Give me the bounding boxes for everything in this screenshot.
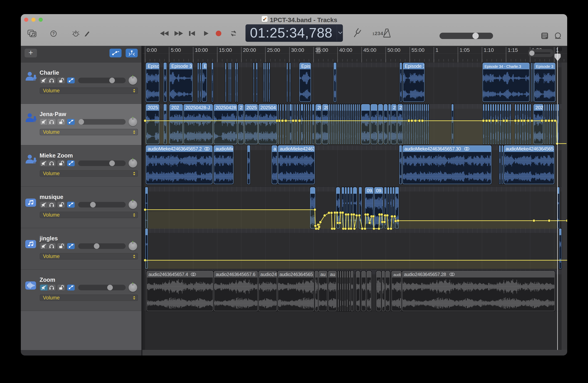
svg-text:20250428-J: 20250428-J xyxy=(186,105,210,110)
svg-text:audio2463645657.6: audio2463645657.6 xyxy=(216,272,255,277)
svg-text:audioMieke42463645657.30: audioMieke42463645657.30 xyxy=(404,146,461,151)
svg-text:202: 202 xyxy=(535,105,543,110)
svg-text:202504: 202504 xyxy=(260,105,276,110)
svg-text:audio246364565: audio246364565 xyxy=(279,272,313,277)
svg-text:au: au xyxy=(330,272,335,277)
svg-text:au: au xyxy=(320,272,326,277)
svg-text:audioMieke42463645657.2: audioMieke42463645657.2 xyxy=(148,146,202,151)
svg-text:audioMieke4246364565: audioMieke4246364565 xyxy=(506,146,553,151)
svg-text:Epis: Epis xyxy=(301,63,310,69)
svg-text:audioMieke42463: audioMieke42463 xyxy=(280,146,315,151)
svg-text:audio24: audio24 xyxy=(260,272,277,277)
svg-text:2: 2 xyxy=(393,105,396,110)
svg-text:0:00: 0:00 xyxy=(147,47,157,53)
svg-text:40:00: 40:00 xyxy=(339,47,352,53)
svg-text:audioMie: audioMie xyxy=(216,146,234,151)
svg-text:55:00: 55:00 xyxy=(411,47,424,53)
svg-text:09.: 09. xyxy=(367,188,373,193)
svg-text:5:00: 5:00 xyxy=(171,47,181,53)
svg-text:2025: 2025 xyxy=(148,105,158,110)
svg-text:a: a xyxy=(273,146,276,151)
svg-text:?: ? xyxy=(52,31,55,36)
svg-text:1:15: 1:15 xyxy=(508,47,518,53)
svg-text:202: 202 xyxy=(171,105,179,110)
svg-text:1: 1 xyxy=(436,47,439,53)
svg-text:35:00: 35:00 xyxy=(315,47,328,53)
svg-text:audio2463645657.4: audio2463645657.4 xyxy=(148,272,188,277)
svg-text:Episode 34 - Charlie.3: Episode 34 - Charlie.3 xyxy=(484,64,521,69)
svg-text:2: 2 xyxy=(240,105,243,110)
svg-text:09.: 09. xyxy=(376,188,383,193)
svg-text:45:00: 45:00 xyxy=(363,47,376,53)
svg-text:1:10: 1:10 xyxy=(484,47,494,53)
svg-text:Episode 3: Episode 3 xyxy=(536,64,553,69)
svg-text:Episode 3: Episode 3 xyxy=(405,63,425,69)
svg-text:20250428: 20250428 xyxy=(216,105,236,110)
svg-text:15:00: 15:00 xyxy=(219,47,232,53)
svg-text:Episo: Episo xyxy=(148,63,159,69)
svg-text:audio2463645657.28: audio2463645657.28 xyxy=(404,272,446,277)
svg-text:1:05: 1:05 xyxy=(460,47,470,53)
svg-text:Episode 3: Episode 3 xyxy=(171,63,192,69)
svg-text:10:00: 10:00 xyxy=(195,47,208,53)
svg-text:2025: 2025 xyxy=(246,105,257,110)
svg-text:30:00: 30:00 xyxy=(291,47,304,53)
svg-text:20:00: 20:00 xyxy=(243,47,256,53)
svg-text:50:00: 50:00 xyxy=(387,47,400,53)
svg-text:25:00: 25:00 xyxy=(267,47,280,53)
svg-text:2: 2 xyxy=(399,105,402,110)
svg-text:audi: audi xyxy=(393,272,401,277)
